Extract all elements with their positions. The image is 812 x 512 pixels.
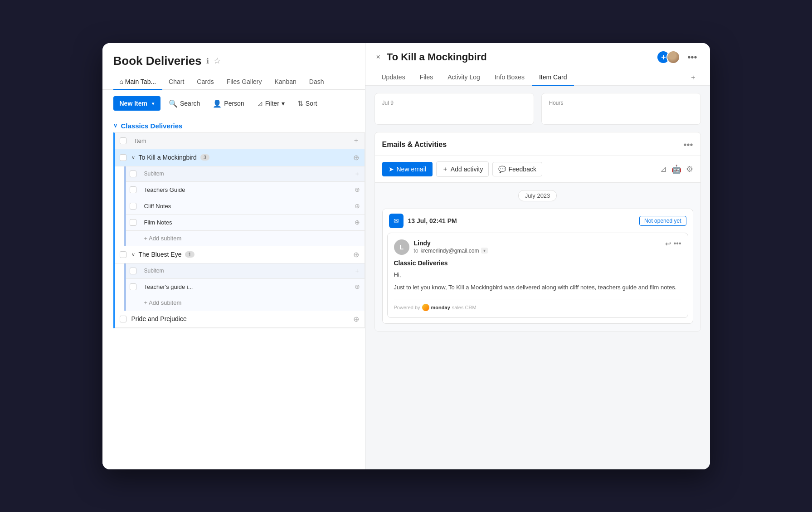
add-tab-button[interactable]: + xyxy=(686,70,700,85)
checkbox[interactable] xyxy=(120,154,126,161)
subitem-add-column-2[interactable]: + xyxy=(350,267,365,274)
close-button[interactable]: × xyxy=(374,51,382,63)
header-checkbox[interactable] xyxy=(115,137,131,144)
chat-icon: 💬 xyxy=(498,166,506,173)
checkbox[interactable] xyxy=(120,251,126,258)
filter-dropdown-icon: ▾ xyxy=(282,100,285,107)
new-item-button[interactable]: New Item ▾ xyxy=(113,96,160,111)
email-sender-name: Lindy xyxy=(414,239,488,247)
person-label: Person xyxy=(224,100,244,107)
collapse-icon[interactable]: ∨ xyxy=(113,122,117,129)
item-badge-1: 3 xyxy=(200,154,209,161)
tab-files-gallery[interactable]: Files Gallery xyxy=(220,74,268,90)
hours-label: Hours xyxy=(549,100,693,106)
subitem-row-teachers-guide-i[interactable]: Teacher's guide i... ⊕ xyxy=(126,279,365,295)
subitem-header-checkbox-2[interactable] xyxy=(126,268,141,274)
item-add-button-1[interactable]: ⊕ xyxy=(348,153,365,162)
subitem-checkbox[interactable] xyxy=(126,219,141,226)
add-subitem-label: + Add subitem xyxy=(144,235,182,242)
email-reply-button[interactable]: ↩ xyxy=(665,239,671,248)
item-row-the-bluest-eye[interactable]: ∨ The Bluest Eye 1 ⊕ xyxy=(115,246,365,263)
tab-info-boxes[interactable]: Info Boxes xyxy=(487,70,532,86)
feedback-label: Feedback xyxy=(508,166,536,173)
item-row-pride-and-prejudice[interactable]: Pride and Prejudice ⊕ xyxy=(115,311,365,328)
emails-toolbar-icons: ⊿ 🤖 ⚙ xyxy=(660,164,693,174)
checkbox[interactable] xyxy=(120,316,126,322)
item-name-3: Pride and Prejudice xyxy=(131,315,187,322)
emails-header: Emails & Activities ••• xyxy=(375,132,700,156)
item-checkbox-1[interactable] xyxy=(115,154,131,161)
tab-kanban[interactable]: Kanban xyxy=(268,74,302,90)
subitem-label: Cliff Notes xyxy=(141,203,350,210)
subitem-row-cliff-notes[interactable]: Cliff Notes ⊕ xyxy=(126,198,365,215)
info-icon[interactable]: ℹ xyxy=(206,57,209,65)
subitem-add-btn[interactable]: ⊕ xyxy=(350,186,365,193)
email-card: ✉ 13 Jul, 02:41 PM Not opened yet xyxy=(382,209,693,324)
detail-more-button[interactable]: ••• xyxy=(684,50,700,64)
new-email-button[interactable]: ➤ New email xyxy=(382,162,433,176)
email-body-line1: Hi, xyxy=(394,270,681,280)
add-subitem-button-1[interactable]: + Add subitem xyxy=(126,231,365,246)
tab-main-table[interactable]: ⌂ Main Tab... xyxy=(113,74,163,90)
add-column-button[interactable]: + xyxy=(348,137,365,145)
email-card-top: ✉ 13 Jul, 02:41 PM Not opened yet xyxy=(383,209,693,233)
add-subitem-label-2: + Add subitem xyxy=(144,299,182,306)
tab-activity-log[interactable]: Activity Log xyxy=(440,70,487,86)
email-date-bold: 13 Jul xyxy=(408,217,426,224)
email-more-button[interactable]: ••• xyxy=(674,239,681,248)
tab-cards[interactable]: Cards xyxy=(190,74,220,90)
board-tabs: ⌂ Main Tab... Chart Cards Files Gallery … xyxy=(102,74,365,90)
emails-more-button[interactable]: ••• xyxy=(683,140,693,150)
board-title: Book Deliveries xyxy=(113,54,202,68)
search-button[interactable]: 🔍 Search xyxy=(164,96,204,111)
checkbox[interactable] xyxy=(130,171,136,177)
settings-icon[interactable]: ⚙ xyxy=(686,164,693,174)
star-icon[interactable]: ☆ xyxy=(214,56,221,66)
ai-icon[interactable]: 🤖 xyxy=(671,164,681,174)
tab-dash[interactable]: Dash xyxy=(303,74,331,90)
filter-emails-icon[interactable]: ⊿ xyxy=(660,164,667,174)
item-add-button-3[interactable]: ⊕ xyxy=(348,315,365,323)
item-collapse-icon-1[interactable]: ∨ xyxy=(131,155,135,161)
new-email-label: New email xyxy=(397,166,426,173)
email-powered-by: Powered by monday sales CRM xyxy=(394,299,681,311)
subitem-checkbox[interactable] xyxy=(126,186,141,193)
date-card-jul9: Jul 9 xyxy=(374,93,534,125)
item-checkbox-3[interactable] xyxy=(115,316,131,322)
add-subitem-button-2[interactable]: + Add subitem xyxy=(126,295,365,311)
email-timestamp: 13 Jul, 02:41 PM xyxy=(408,217,457,224)
email-subject: Classic Deliveries xyxy=(394,259,681,267)
tab-files[interactable]: Files xyxy=(413,70,441,86)
subitem-add-btn-2[interactable]: ⊕ xyxy=(350,283,365,290)
tab-chart[interactable]: Chart xyxy=(162,74,190,90)
subitem-checkbox[interactable] xyxy=(126,203,141,210)
subitem-add-btn[interactable]: ⊕ xyxy=(350,202,365,210)
subitem-section-2: Subitem + Teacher's guide i... ⊕ + Add s… xyxy=(124,263,365,311)
detail-header-actions: + ••• xyxy=(656,50,700,64)
subitem-checkbox-2[interactable] xyxy=(126,283,141,290)
subitem-column-header: Subitem xyxy=(141,171,350,177)
add-activity-button[interactable]: ＋ Add activity xyxy=(436,161,489,177)
item-label-3: Pride and Prejudice xyxy=(131,315,348,322)
tab-item-card[interactable]: Item Card xyxy=(532,70,574,86)
email-header-left: ✉ 13 Jul, 02:41 PM xyxy=(389,214,457,228)
subitem-row-film-notes[interactable]: Film Notes ⊕ xyxy=(126,215,365,231)
item-add-button-2[interactable]: ⊕ xyxy=(348,250,365,259)
subitem-add-column[interactable]: + xyxy=(350,170,365,177)
subitem-add-btn[interactable]: ⊕ xyxy=(350,219,365,226)
item-checkbox-2[interactable] xyxy=(115,251,131,258)
subitem-row-teachers-guide[interactable]: Teachers Guide ⊕ xyxy=(126,182,365,198)
date-separator-label: July 2023 xyxy=(518,190,557,201)
not-opened-badge: Not opened yet xyxy=(639,216,686,226)
person-button[interactable]: 👤 Person xyxy=(208,96,248,111)
filter-button[interactable]: ⊿ Filter ▾ xyxy=(253,96,289,111)
sort-button[interactable]: ⇅ Sort xyxy=(293,96,322,111)
checkbox[interactable] xyxy=(120,137,126,144)
item-collapse-icon-2[interactable]: ∨ xyxy=(131,252,135,258)
item-row-to-kill-a-mockingbird[interactable]: ∨ To Kill a Mockingbird 3 ⊕ xyxy=(115,149,365,166)
subitem-header-checkbox[interactable] xyxy=(126,171,141,177)
email-to-dropdown[interactable]: ▾ xyxy=(481,248,488,254)
email-body-line3: Just to let you know, To Kill a Mockingb… xyxy=(394,283,681,293)
feedback-button[interactable]: 💬 Feedback xyxy=(492,162,542,176)
tab-updates[interactable]: Updates xyxy=(374,70,413,86)
